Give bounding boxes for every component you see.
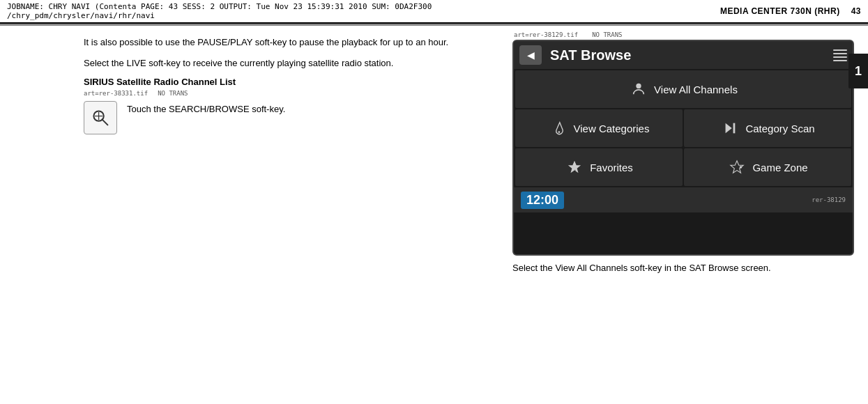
view-all-channels-button[interactable]: View All Channels (515, 70, 851, 108)
art-label-1: art=rer-38331.tif (84, 90, 148, 97)
doc-header-left: JOBNAME: CHRY NAVI (Contenta PAGE: 43 SE… (7, 2, 432, 20)
skip-icon (720, 118, 740, 138)
menu-line-4 (833, 60, 847, 61)
menu-icon (833, 48, 847, 62)
screen-grid: View All Channels View Categories (514, 69, 853, 187)
svg-text:♪: ♪ (574, 168, 576, 173)
svg-point-5 (558, 131, 560, 133)
svg-point-4 (636, 84, 641, 88)
game-icon (727, 157, 747, 177)
right-panel: art=rer-38129.tif NO TRANS ◀ SAT Browse (512, 26, 868, 403)
menu-line-1 (833, 49, 847, 51)
rer-ref: rer-38129 (812, 196, 846, 203)
menu-line-2 (833, 53, 847, 54)
person-icon (629, 79, 648, 99)
left-content: It is also possible to use the PAUSE/PLA… (0, 26, 512, 403)
screen-footer: 12:00 rer-38129 (514, 187, 853, 212)
doc-header: JOBNAME: CHRY NAVI (Contenta PAGE: 43 SE… (0, 0, 868, 24)
page-container: It is also possible to use the PAUSE/PLA… (0, 26, 868, 403)
header-right-label: MEDIA CENTER 730N (RHR) (720, 6, 840, 16)
car-screen: ◀ SAT Browse (512, 40, 854, 256)
art-ref-top: art=rer-38129.tif NO TRANS (512, 31, 868, 38)
page-number-tab: 1 (848, 54, 868, 88)
search-browse-icon-box (84, 101, 117, 134)
view-all-channels-label: View All Channels (654, 84, 738, 95)
category-scan-label: Category Scan (745, 123, 814, 134)
no-trans-screen: NO TRANS (592, 31, 622, 38)
header-page-number: 43 (851, 6, 861, 16)
paragraph-1: It is also possible to use the PAUSE/PLA… (84, 36, 500, 49)
game-zone-button[interactable]: Game Zone (684, 148, 851, 186)
svg-marker-6 (726, 123, 732, 134)
game-zone-label: Game Zone (752, 162, 807, 173)
no-trans-1: NO TRANS (158, 90, 188, 97)
category-scan-button[interactable]: Category Scan (684, 109, 851, 147)
screen-header: ◀ SAT Browse (514, 41, 853, 69)
svg-point-11 (740, 166, 743, 169)
screen-title: SAT Browse (550, 47, 833, 63)
header-line2: /chry_pdm/chrysler/navi/rhr/navi (7, 11, 432, 20)
favorites-button[interactable]: ♪ Favorites (515, 148, 683, 186)
menu-line-3 (833, 56, 847, 58)
time-display: 12:00 (521, 192, 564, 209)
favorites-label: Favorites (590, 162, 633, 173)
svg-rect-7 (733, 123, 736, 134)
guitar-icon (549, 118, 568, 138)
view-categories-label: View Categories (574, 123, 650, 134)
view-categories-button[interactable]: View Categories (515, 109, 683, 147)
search-icon (89, 107, 112, 129)
svg-line-1 (102, 119, 107, 125)
paragraph-3: Touch the SEARCH/BROWSE soft-key. (127, 98, 285, 116)
back-button[interactable]: ◀ (519, 45, 542, 65)
art-label-screen: art=rer-38129.tif (514, 31, 578, 38)
paragraph-2: Select the LIVE soft-key to receive the … (84, 56, 500, 70)
header-line1: JOBNAME: CHRY NAVI (Contenta PAGE: 43 SE… (7, 2, 432, 11)
star-note-icon: ♪ (565, 157, 584, 177)
screen-caption: Select the View All Channels soft-key in… (512, 261, 868, 275)
section-heading: SIRIUS Satellite Radio Channel List (84, 77, 500, 87)
